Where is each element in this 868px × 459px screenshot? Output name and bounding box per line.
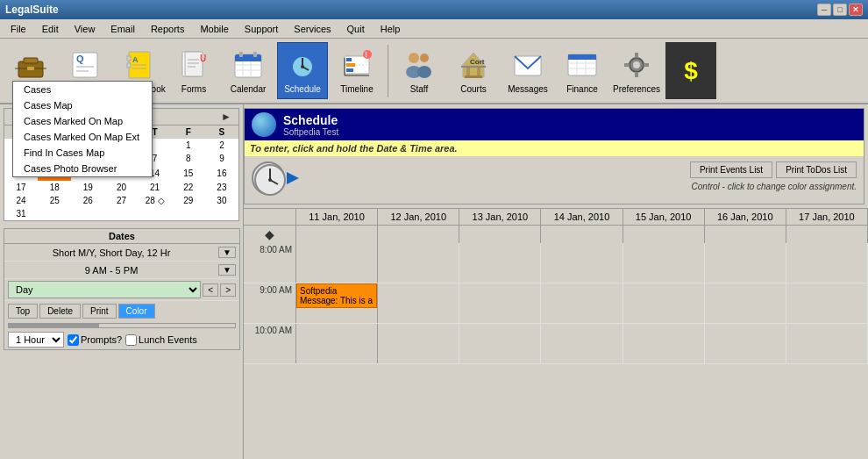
toolbar-staff[interactable]: Staff	[394, 42, 445, 99]
day-prev-btn[interactable]: <	[203, 283, 218, 297]
time-cell-8am-2[interactable]	[378, 243, 459, 283]
dates-color-btn[interactable]: Color	[118, 304, 155, 319]
dates-print-btn[interactable]: Print	[82, 304, 117, 319]
cal-cell[interactable]	[205, 207, 238, 220]
cal-cell[interactable]: 26	[71, 194, 104, 207]
time-cell-8am-7[interactable]	[786, 243, 868, 283]
menu-mobile[interactable]: Mobile	[193, 22, 235, 36]
cal-cell[interactable]: 17	[4, 181, 38, 194]
toolbar-calendar[interactable]: Calendar	[223, 42, 274, 99]
cal-cell[interactable]: 2	[205, 139, 238, 152]
print-todos-btn[interactable]: Print ToDos List	[776, 161, 857, 178]
cal-cell[interactable]	[104, 207, 138, 220]
menu-support[interactable]: Support	[238, 22, 286, 36]
time-cell-8am-1[interactable]	[296, 243, 378, 283]
time-cell-10am-2[interactable]	[378, 324, 459, 363]
cal-cell[interactable]	[38, 207, 71, 220]
toolbar-courts[interactable]: Cort Courts	[448, 42, 499, 99]
time-cell-9am-2[interactable]	[378, 283, 459, 323]
marker-cell-6[interactable]	[705, 226, 786, 243]
toolbar-messages[interactable]: Messages	[502, 42, 553, 99]
dollar-button[interactable]: $	[665, 42, 716, 99]
time-cell-9am-1[interactable]: Softpedia Message: This is a	[296, 283, 378, 323]
menu-file[interactable]: File	[4, 22, 33, 36]
day-select[interactable]: Day Week Month	[8, 281, 201, 298]
cal-cell[interactable]: 28 ◇	[139, 194, 172, 207]
cal-cell[interactable]: 31	[4, 207, 38, 220]
toolbar-finance[interactable]: Finance	[557, 42, 608, 99]
cal-next-btn[interactable]: ►	[217, 111, 235, 123]
time-cell-10am-4[interactable]	[541, 324, 623, 363]
cal-cell[interactable]: 24	[4, 194, 38, 207]
toolbar-forms[interactable]: U Forms	[168, 42, 219, 99]
marker-cell-4[interactable]	[541, 226, 623, 243]
marker-cell-2[interactable]	[378, 226, 459, 243]
cal-cell[interactable]: 9	[205, 152, 238, 165]
time-cell-8am-4[interactable]	[541, 243, 623, 283]
time-cell-9am-4[interactable]	[541, 283, 623, 323]
time-cell-8am-3[interactable]	[459, 243, 541, 283]
dates-format-arrow[interactable]: ▼	[218, 247, 236, 258]
day-next-btn[interactable]: >	[220, 283, 236, 297]
close-button[interactable]: ✕	[849, 4, 863, 16]
marker-cell-5[interactable]	[623, 226, 705, 243]
maximize-button[interactable]: □	[833, 4, 847, 16]
dropdown-item-find-cases[interactable]: Find In Cases Map	[13, 145, 152, 161]
dates-top-btn[interactable]: Top	[8, 304, 38, 319]
time-cell-10am-7[interactable]	[786, 324, 868, 363]
cal-cell[interactable]: 19	[71, 181, 104, 194]
scroll-bar[interactable]	[8, 323, 236, 328]
cal-cell[interactable]: 23	[205, 181, 238, 194]
menu-view[interactable]: View	[68, 22, 103, 36]
marker-cell-3[interactable]	[459, 226, 541, 243]
event-block[interactable]: Softpedia Message: This is a	[296, 283, 377, 308]
cal-cell[interactable]	[71, 207, 104, 220]
dropdown-item-cases-photo[interactable]: Cases Photo Browser	[13, 161, 152, 176]
time-cell-8am-6[interactable]	[705, 243, 786, 283]
time-cell-8am-5[interactable]	[623, 243, 705, 283]
prompts-checkbox[interactable]	[68, 334, 79, 346]
dates-delete-btn[interactable]: Delete	[39, 304, 81, 319]
dates-time-arrow[interactable]: ▼	[218, 264, 236, 276]
time-cell-10am-5[interactable]	[623, 324, 705, 363]
menu-quit[interactable]: Quit	[340, 22, 372, 36]
menu-edit[interactable]: Edit	[35, 22, 66, 36]
toolbar-preferences[interactable]: Preferences	[611, 42, 662, 99]
print-events-btn[interactable]: Print Events List	[690, 161, 772, 178]
cal-cell[interactable]: 30	[205, 194, 238, 207]
time-cell-9am-3[interactable]	[459, 283, 541, 323]
dropdown-item-cases-marked[interactable]: Cases Marked On Map	[13, 113, 152, 129]
time-cell-9am-7[interactable]	[786, 283, 868, 323]
dropdown-item-cases[interactable]: Cases	[13, 82, 152, 97]
menu-email[interactable]: Email	[103, 22, 142, 36]
cal-cell[interactable]: 20	[104, 181, 138, 194]
cal-cell[interactable]: 22	[172, 181, 205, 194]
cal-cell[interactable]: 29	[172, 194, 205, 207]
dropdown-item-cases-marked-ext[interactable]: Cases Marked On Map Ext	[13, 129, 152, 145]
menu-services[interactable]: Services	[287, 22, 338, 36]
cal-cell[interactable]: 18	[38, 181, 71, 194]
time-cell-10am-3[interactable]	[459, 324, 541, 363]
cal-cell[interactable]: 21	[139, 181, 172, 194]
time-cell-10am-1[interactable]	[296, 324, 378, 363]
marker-cell-1[interactable]	[296, 226, 378, 243]
time-cell-9am-6[interactable]	[705, 283, 786, 323]
dropdown-item-cases-map[interactable]: Cases Map	[13, 97, 152, 113]
cal-cell[interactable]: 25	[38, 194, 71, 207]
marker-cell-7[interactable]	[786, 226, 868, 243]
cal-cell[interactable]: 15	[172, 165, 205, 181]
cal-cell[interactable]	[139, 207, 172, 220]
cal-cell[interactable]: 1	[172, 139, 205, 152]
minimize-button[interactable]: ─	[817, 4, 831, 16]
cal-cell[interactable]: 27	[104, 194, 138, 207]
time-cell-9am-5[interactable]	[623, 283, 705, 323]
cal-cell[interactable]	[172, 207, 205, 220]
time-cell-10am-6[interactable]	[705, 324, 786, 363]
toolbar-timeline[interactable]: ! Timeline	[331, 42, 382, 99]
lunch-checkbox[interactable]	[125, 334, 137, 346]
cal-cell[interactable]: 8	[172, 152, 205, 165]
hour-select[interactable]: 1 Hour 30 Min 15 Min	[8, 332, 64, 348]
menu-reports[interactable]: Reports	[144, 22, 192, 36]
toolbar-schedule[interactable]: Schedule	[277, 42, 328, 99]
menu-help[interactable]: Help	[374, 22, 408, 36]
